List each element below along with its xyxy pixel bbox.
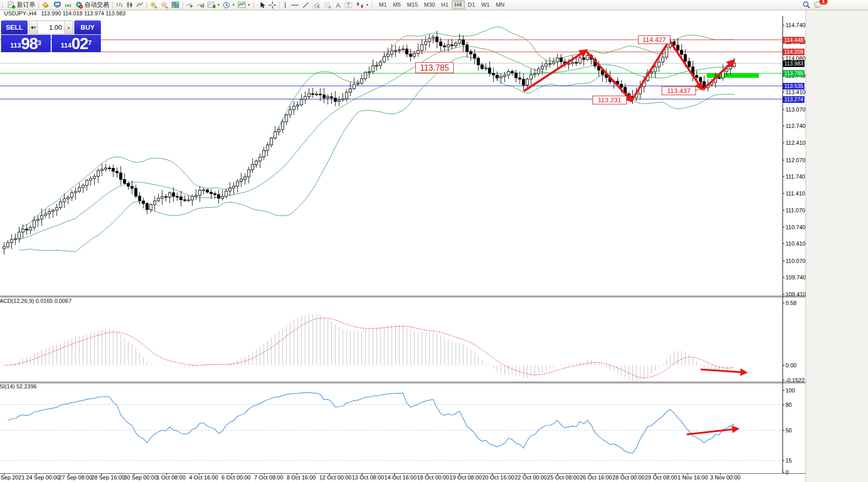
- signals-button[interactable]: [63, 1, 74, 9]
- date-axis-label: 18 Oct 00:00: [417, 474, 449, 480]
- buy-price-prefix: 114: [60, 39, 71, 52]
- new-order-button[interactable]: 新订单: [6, 1, 37, 9]
- buy-price[interactable]: 114027: [52, 35, 101, 52]
- svg-text:-0.1522: -0.1522: [786, 377, 805, 383]
- periods-button[interactable]: ▾: [221, 1, 236, 9]
- date-axis-label: 7 Oct 08:00: [254, 474, 283, 480]
- candlestick-chart-button[interactable]: [124, 1, 135, 9]
- svg-text:0.58: 0.58: [786, 300, 796, 306]
- date-axis-label: 25 Oct 08:00: [547, 474, 580, 480]
- date-axis-label: 3 Nov 00:00: [710, 474, 740, 480]
- toolbar-grip[interactable]: [253, 2, 256, 8]
- horizontal-line-button[interactable]: [289, 1, 301, 9]
- svg-text:0.00: 0.00: [786, 362, 796, 368]
- chart-canvas[interactable]: 114.740114.410114.080113.740113.410113.0…: [0, 10, 806, 482]
- crosshair-button[interactable]: [267, 1, 278, 9]
- toolbar-grip[interactable]: [372, 2, 374, 8]
- price-level-label: 113.535: [783, 83, 805, 90]
- timeframe-m1[interactable]: M1: [376, 1, 390, 9]
- auto-scroll-icon: [186, 2, 194, 8]
- chat-badge: 1: [819, 0, 828, 5]
- date-axis-label: 20 Oct 16:00: [482, 474, 514, 480]
- terminal-button[interactable]: [52, 1, 63, 9]
- buy-button[interactable]: BUY: [74, 20, 101, 34]
- sell-price-pip: 3: [37, 34, 41, 52]
- new-chart-icon: [207, 2, 216, 8]
- timeframe-m30[interactable]: M30: [421, 1, 438, 9]
- dropdown-arrow-icon: ▾: [232, 3, 235, 7]
- svg-text:E: E: [317, 5, 320, 9]
- svg-text:112.070: 112.070: [786, 157, 806, 163]
- date-axis-label: 29 Oct 08:00: [645, 474, 677, 480]
- timeframe-h1[interactable]: H1: [438, 1, 451, 9]
- new-order-label: 新订单: [17, 1, 35, 9]
- svg-text:80: 80: [786, 402, 792, 408]
- lot-decrease-button[interactable]: ◆▾: [29, 21, 38, 34]
- timeframe-m15[interactable]: M15: [404, 1, 421, 9]
- timeframe-d1[interactable]: D1: [465, 1, 478, 9]
- svg-text:113.070: 113.070: [786, 106, 806, 113]
- date-axis[interactable]: Sep 202124 Sep 00:0027 Sep 08:0028 Sep 1…: [0, 474, 806, 482]
- svg-text:113.410: 113.410: [786, 89, 806, 95]
- svg-text:T: T: [347, 3, 350, 8]
- svg-text:111.410: 111.410: [786, 190, 805, 196]
- template-button[interactable]: ▾: [236, 1, 251, 9]
- zoom-out-button[interactable]: [159, 1, 170, 9]
- equidistant-channel-button[interactable]: E: [311, 1, 322, 9]
- auto-trading-button[interactable]: 自动交易: [74, 1, 111, 9]
- timeframe-w1[interactable]: W1: [478, 1, 493, 9]
- bar-chart-button[interactable]: [114, 1, 124, 9]
- new-chart-button[interactable]: ▾: [206, 1, 221, 9]
- timeframe-m5[interactable]: M5: [390, 1, 404, 9]
- svg-text:109.740: 109.740: [786, 274, 806, 280]
- toolbar-grip[interactable]: [2, 2, 5, 8]
- sell-price-prefix: 113: [10, 39, 21, 52]
- cursor-button[interactable]: [258, 1, 267, 9]
- zoom-in-icon: [150, 2, 158, 9]
- chart-window[interactable]: USDJPY-,H4113.990 114.018 113.974 113.98…: [0, 10, 806, 482]
- arrows-button[interactable]: ▾: [354, 1, 370, 9]
- charts-cascade-button[interactable]: [40, 1, 52, 9]
- text-button[interactable]: A: [333, 1, 343, 9]
- timeframe-h4[interactable]: H4: [452, 1, 465, 9]
- price-annotation[interactable]: 113.437: [662, 86, 696, 95]
- line-chart-button[interactable]: [135, 1, 145, 9]
- svg-text:A: A: [336, 2, 341, 9]
- toolbar-separator: [279, 2, 280, 9]
- lot-increase-button[interactable]: ▴: [64, 21, 73, 34]
- timeframe-mn[interactable]: MN: [493, 1, 507, 9]
- svg-text:112.410: 112.410: [786, 140, 806, 146]
- fibonacci-button[interactable]: F: [322, 1, 333, 9]
- zoom-in-button[interactable]: [149, 1, 159, 9]
- tile-windows-button[interactable]: [170, 1, 181, 9]
- candlestick-chart-icon: [126, 2, 133, 8]
- lot-size-value[interactable]: 1.00: [38, 21, 64, 34]
- text-label-button[interactable]: T: [343, 1, 354, 9]
- zoom-out-icon: [161, 2, 168, 9]
- fibonacci-icon: F: [324, 2, 332, 9]
- date-axis-label: 8 Oct 16:00: [287, 474, 316, 480]
- date-axis-label: 26 Oct 16:00: [580, 474, 612, 480]
- sell-button[interactable]: SELL: [1, 20, 28, 34]
- toolbar-separator: [182, 2, 183, 9]
- chart-shift-button[interactable]: [195, 1, 206, 9]
- chat-button[interactable]: 1: [812, 1, 824, 9]
- svg-text:111.740: 111.740: [786, 173, 805, 180]
- price-annotation[interactable]: 113.785: [415, 62, 454, 73]
- terminal-icon: [53, 2, 61, 8]
- timeframe-buttons: M1M5M15M30H1H4D1W1MN: [376, 1, 507, 9]
- rsi-indicator-label: RSI(14) 52.2396: [0, 383, 37, 389]
- trendline-button[interactable]: [301, 1, 311, 9]
- price-level-label: 113.983: [783, 60, 805, 67]
- search-button[interactable]: [801, 1, 812, 9]
- price-annotation[interactable]: 113.231: [592, 96, 627, 104]
- toolbar-separator: [146, 2, 147, 9]
- auto-scroll-button[interactable]: [184, 1, 195, 9]
- vertical-line-button[interactable]: [281, 1, 289, 9]
- sell-price[interactable]: 113983: [1, 35, 51, 52]
- vertical-line-icon: [283, 2, 288, 9]
- price-annotation[interactable]: 114.427: [638, 35, 670, 44]
- date-axis-label: 14 Oct 16:00: [385, 474, 417, 480]
- date-axis-label: 13 Oct 08:00: [352, 474, 384, 480]
- svg-text:100: 100: [786, 387, 795, 393]
